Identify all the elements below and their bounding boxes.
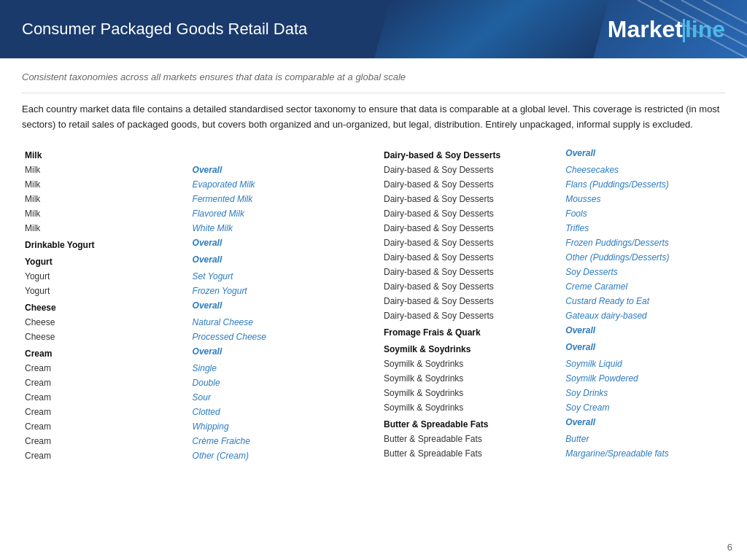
subcategory-cell: Sour	[190, 390, 366, 405]
subcategory-cell: Soy Cream	[562, 400, 725, 415]
logo-line-text: line	[685, 16, 725, 42]
table-row: CreamDouble	[22, 376, 366, 390]
header: Consumer Packaged Goods Retail Data Mark…	[0, 0, 747, 58]
table-row: Dairy-based & Soy DessertsCheesecakes	[381, 163, 725, 177]
table-row: CreamOther (Cream)	[22, 448, 366, 463]
category-cell: Yogurt	[22, 269, 190, 284]
table-row: Fromage Frais & QuarkOverall	[381, 323, 725, 340]
subcategory-cell: Overall	[190, 344, 366, 361]
table-row: Soymilk & SoydrinksSoymilk Powdered	[381, 371, 725, 386]
table-row: CreamCrème Fraiche	[22, 434, 366, 448]
subcategory-cell: Overall	[190, 236, 366, 252]
subcategory-cell: Overall	[562, 415, 725, 432]
table-row: Butter & Spreadable FatsOverall	[381, 415, 725, 432]
subcategory-cell: Overall	[562, 146, 725, 163]
category-cell: Cream	[22, 419, 190, 434]
table-row: CreamClotted	[22, 405, 366, 419]
category-cell: Soymilk & Soydrinks	[381, 371, 562, 386]
table-row: Dairy-based & Soy DessertsFrozen Pudding…	[381, 236, 725, 250]
table-row: Dairy-based & Soy DessertsOther (Pudding…	[381, 250, 725, 265]
category-cell: Dairy-based & Soy Desserts	[381, 146, 562, 163]
left-taxonomy-column: MilkMilkOverallMilkEvaporated MilkMilkFe…	[22, 146, 366, 463]
subcategory-cell: Fools	[562, 206, 725, 221]
subcategory-cell	[190, 146, 366, 163]
subcategory-cell: Gateaux dairy-based	[562, 308, 725, 323]
taxonomy-container: MilkMilkOverallMilkEvaporated MilkMilkFe…	[22, 146, 725, 463]
category-cell: Soymilk & Soydrinks	[381, 357, 562, 371]
divider	[22, 93, 725, 93]
subcategory-cell: Cheesecakes	[562, 163, 725, 177]
table-row: MilkOverall	[22, 163, 366, 177]
subcategory-cell: Mousses	[562, 192, 725, 206]
subcategory-cell: Butter	[562, 432, 725, 446]
subcategory-cell: Crème Fraiche	[190, 434, 366, 448]
category-cell: Cream	[22, 448, 190, 463]
category-cell: Cream	[22, 376, 190, 390]
category-cell: Dairy-based & Soy Desserts	[381, 206, 562, 221]
logo: Marketline	[608, 16, 725, 43]
logo-market-text: Market	[608, 16, 683, 42]
table-row: Butter & Spreadable FatsMargarine/Spread…	[381, 446, 725, 461]
category-cell: Dairy-based & Soy Desserts	[381, 177, 562, 192]
table-row: Dairy-based & Soy DessertsTrifles	[381, 221, 725, 236]
category-cell: Drinkable Yogurt	[22, 236, 190, 252]
table-row: CreamOverall	[22, 344, 366, 361]
table-row: MilkWhite Milk	[22, 221, 366, 236]
category-cell: Yogurt	[22, 252, 190, 269]
subcategory-cell: Overall	[190, 163, 366, 177]
category-cell: Cream	[22, 434, 190, 448]
table-row: YogurtSet Yogurt	[22, 269, 366, 284]
subcategory-cell: Custard Ready to Eat	[562, 294, 725, 308]
table-row: Soymilk & SoydrinksSoy Drinks	[381, 386, 725, 400]
category-cell: Milk	[22, 163, 190, 177]
category-cell: Dairy-based & Soy Desserts	[381, 192, 562, 206]
subcategory-cell: Flans (Puddings/Desserts)	[562, 177, 725, 192]
subcategory-cell: Double	[190, 376, 366, 390]
table-row: CheeseNatural Cheese	[22, 315, 366, 330]
subcategory-cell: Overall	[190, 298, 366, 315]
subcategory-cell: Evaporated Milk	[190, 177, 366, 192]
category-cell: Butter & Spreadable Fats	[381, 415, 562, 432]
table-row: YogurtFrozen Yogurt	[22, 284, 366, 298]
category-cell: Soymilk & Soydrinks	[381, 340, 562, 357]
subcategory-cell: Soymilk Powdered	[562, 371, 725, 386]
subcategory-cell: Soy Drinks	[562, 386, 725, 400]
category-cell: Dairy-based & Soy Desserts	[381, 163, 562, 177]
subcategory-cell: Processed Cheese	[190, 330, 366, 344]
subcategory-cell: Other (Cream)	[190, 448, 366, 463]
category-cell: Cream	[22, 344, 190, 361]
table-row: Dairy-based & Soy DessertsCreme Caramel	[381, 279, 725, 294]
category-cell: Milk	[22, 192, 190, 206]
description: Each country market data file contains a…	[22, 102, 725, 133]
table-row: Dairy-based & Soy DessertsMousses	[381, 192, 725, 206]
category-cell: Cream	[22, 390, 190, 405]
category-cell: Dairy-based & Soy Desserts	[381, 279, 562, 294]
category-cell: Yogurt	[22, 284, 190, 298]
subcategory-cell: Fermented Milk	[190, 192, 366, 206]
subcategory-cell: Soy Desserts	[562, 265, 725, 279]
table-row: MilkFermented Milk	[22, 192, 366, 206]
table-row: Drinkable YogurtOverall	[22, 236, 366, 252]
table-row: Dairy-based & Soy DessertsCustard Ready …	[381, 294, 725, 308]
subcategory-cell: Creme Caramel	[562, 279, 725, 294]
subcategory-cell: Whipping	[190, 419, 366, 434]
category-cell: Cheese	[22, 315, 190, 330]
subcategory-cell: Frozen Yogurt	[190, 284, 366, 298]
category-cell: Dairy-based & Soy Desserts	[381, 294, 562, 308]
subcategory-cell: Other (Puddings/Desserts)	[562, 250, 725, 265]
subcategory-cell: Single	[190, 361, 366, 376]
category-cell: Cheese	[22, 298, 190, 315]
table-row: Soymilk & SoydrinksSoy Cream	[381, 400, 725, 415]
right-taxonomy-column: Dairy-based & Soy DessertsOverallDairy-b…	[381, 146, 725, 463]
subcategory-cell: Frozen Puddings/Desserts	[562, 236, 725, 250]
table-row: Dairy-based & Soy DessertsOverall	[381, 146, 725, 163]
table-row: Butter & Spreadable FatsButter	[381, 432, 725, 446]
left-taxonomy-table: MilkMilkOverallMilkEvaporated MilkMilkFe…	[22, 146, 366, 463]
subcategory-cell: White Milk	[190, 221, 366, 236]
category-cell: Dairy-based & Soy Desserts	[381, 308, 562, 323]
subcategory-cell: Flavored Milk	[190, 206, 366, 221]
subcategory-cell: Overall	[562, 340, 725, 357]
table-row: MilkFlavored Milk	[22, 206, 366, 221]
category-cell: Fromage Frais & Quark	[381, 323, 562, 340]
table-row: Dairy-based & Soy DessertsFlans (Pudding…	[381, 177, 725, 192]
